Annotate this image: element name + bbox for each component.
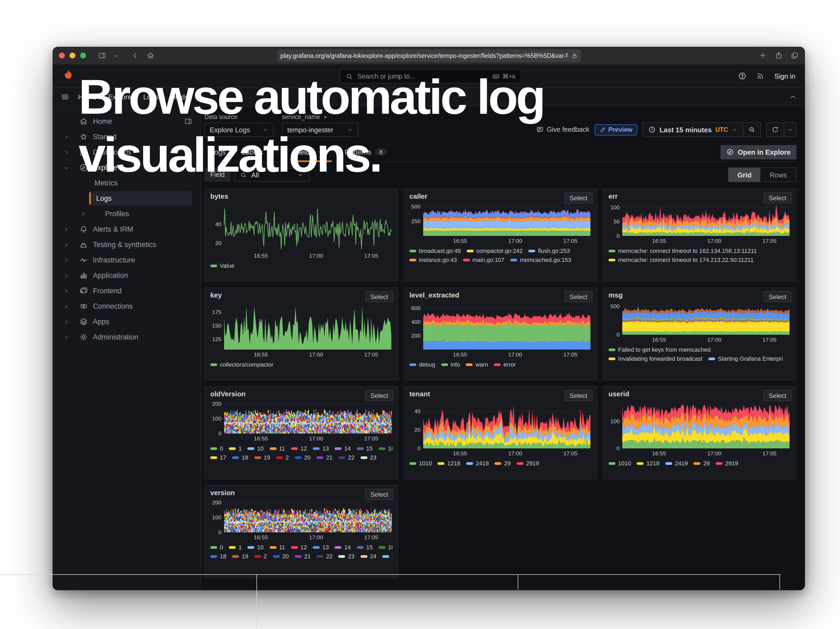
window-zoom-button[interactable] — [80, 52, 86, 58]
legend-item[interactable]: Invalidating forwarded broadcast — [608, 356, 703, 362]
news-rss-icon[interactable] — [756, 72, 765, 80]
select-button[interactable]: Select — [564, 192, 592, 204]
refresh-interval-dropdown[interactable] — [784, 123, 796, 136]
legend-item[interactable]: 22 — [316, 553, 333, 559]
back-icon[interactable] — [131, 52, 139, 60]
legend-item[interactable]: 14 — [335, 544, 351, 550]
chevron-right-icon[interactable] — [63, 288, 71, 294]
sign-in-link[interactable]: Sign in — [774, 72, 796, 80]
legend-item[interactable]: 13 — [313, 445, 329, 452]
legend-item[interactable]: info — [441, 361, 460, 368]
legend-item[interactable]: 18 — [232, 454, 248, 461]
legend-item[interactable]: 13 — [313, 544, 329, 550]
window-close-button[interactable] — [59, 52, 65, 58]
sidebar-toggle-icon[interactable] — [98, 52, 106, 60]
sidebar-item-testing-synthetics[interactable]: Testing & synthetics — [52, 237, 201, 252]
open-in-explore-button[interactable]: Open in Explore — [721, 145, 796, 159]
menu-toggle-icon[interactable] — [60, 92, 69, 101]
legend-item[interactable]: collectors/compactor — [210, 361, 273, 368]
select-button[interactable]: Select — [564, 390, 592, 401]
legend-item[interactable]: 16 — [379, 544, 392, 550]
legend-item[interactable]: 1218 — [637, 460, 660, 466]
legend-item[interactable]: 2 — [382, 553, 392, 559]
select-button[interactable]: Select — [564, 291, 592, 302]
window-minimize-button[interactable] — [69, 52, 76, 58]
legend-item[interactable]: warn — [466, 361, 488, 368]
legend-item[interactable]: 16 — [379, 445, 392, 452]
zoom-out-time-button[interactable] — [743, 123, 760, 136]
legend-item[interactable]: 12 — [291, 544, 307, 550]
legend-item[interactable]: Starting Grafana Enterpri — [708, 356, 783, 362]
legend-item[interactable]: flush.go:253 — [529, 248, 570, 254]
chevron-right-icon[interactable] — [63, 226, 71, 232]
legend-item[interactable]: Failed to get keys from memcached — [608, 346, 711, 353]
legend-item[interactable]: 1010 — [608, 460, 631, 466]
legend-item[interactable]: 10 — [248, 445, 264, 452]
sidebar-item-apps[interactable]: Apps — [52, 314, 201, 329]
legend-item[interactable]: main.go:107 — [463, 257, 504, 263]
legend-item[interactable]: 0 — [210, 544, 223, 550]
chevron-right-icon[interactable] — [63, 257, 71, 263]
legend-item[interactable]: 19 — [232, 553, 248, 559]
select-button[interactable]: Select — [365, 489, 393, 500]
legend-item[interactable]: 21 — [295, 553, 311, 559]
legend-item[interactable]: 2919 — [715, 460, 738, 466]
sidebar-item-infrastructure[interactable]: Infrastructure — [52, 252, 201, 268]
chevron-right-icon[interactable] — [63, 242, 71, 248]
select-button[interactable]: Select — [763, 291, 792, 302]
legend-item[interactable]: 23 — [338, 553, 355, 559]
select-button[interactable]: Select — [365, 390, 393, 401]
sidebar-item-frontend[interactable]: Frontend — [52, 283, 201, 299]
legend-item[interactable]: 11 — [270, 544, 285, 550]
sidebar-item-alerts-irm[interactable]: Alerts & IRM — [52, 221, 201, 237]
sidebar-item-application[interactable]: Application — [52, 268, 201, 283]
layout-toggle-rows[interactable]: Rows — [761, 168, 796, 182]
select-button[interactable]: Select — [365, 291, 393, 302]
chevron-right-icon[interactable] — [63, 334, 71, 340]
legend-item[interactable]: 2 — [254, 553, 267, 559]
legend-item[interactable]: 18 — [210, 553, 226, 559]
legend-item[interactable]: 29 — [494, 460, 511, 466]
legend-item[interactable]: 15 — [357, 544, 373, 550]
home-nav-icon[interactable] — [147, 52, 155, 60]
legend-item[interactable]: 1 — [229, 445, 242, 452]
grafana-logo[interactable] — [62, 69, 74, 83]
legend-item[interactable]: broadcast.go:48 — [409, 248, 461, 254]
legend-item[interactable]: compactor.go:242 — [467, 248, 523, 254]
refresh-button[interactable] — [767, 123, 784, 136]
chevron-right-icon[interactable] — [80, 211, 88, 217]
legend-item[interactable]: 0 — [210, 445, 223, 452]
legend-item[interactable]: 1 — [229, 544, 242, 550]
legend-item[interactable]: 2419 — [466, 460, 489, 466]
legend-item[interactable]: 15 — [357, 445, 373, 452]
legend-item[interactable]: 24 — [360, 553, 376, 559]
legend-item[interactable]: memcache: connect timeout to 174.213.22.… — [608, 257, 753, 263]
legend-item[interactable]: 23 — [360, 454, 376, 461]
sidebar-item-profiles[interactable]: Profiles — [52, 206, 201, 221]
legend-item[interactable]: memcached.go:153 — [510, 257, 571, 263]
legend-item[interactable]: debug — [409, 361, 435, 368]
chevron-right-icon[interactable] — [63, 149, 71, 155]
tab-overview-icon[interactable] — [791, 52, 799, 60]
legend-item[interactable]: 17 — [210, 454, 226, 461]
legend-item[interactable]: 1218 — [438, 460, 460, 466]
legend-item[interactable]: 19 — [254, 454, 270, 461]
collapse-section-icon[interactable] — [789, 93, 797, 101]
legend-item[interactable]: instance.go:43 — [409, 257, 457, 263]
time-range-picker[interactable]: Last 15 minutes UTC — [643, 122, 761, 137]
select-button[interactable]: Select — [763, 390, 792, 401]
legend-item[interactable]: 14 — [335, 445, 351, 452]
legend-item[interactable]: 12 — [291, 445, 307, 452]
chevron-right-icon[interactable] — [63, 303, 71, 310]
chevron-right-icon[interactable] — [63, 134, 71, 140]
sidebar-item-logs[interactable]: Logs — [52, 191, 201, 206]
address-bar[interactable]: play.grafana.org/a/grafana-lokiexplore-a… — [277, 49, 581, 62]
help-icon[interactable] — [738, 72, 747, 80]
chevron-right-icon[interactable] — [63, 272, 71, 279]
legend-item[interactable]: 21 — [316, 454, 333, 461]
share-icon[interactable] — [775, 52, 783, 60]
legend-item[interactable]: 20 — [273, 553, 289, 559]
chevron-right-icon[interactable] — [63, 318, 71, 325]
chevron-down-icon[interactable] — [114, 53, 119, 58]
legend-item[interactable]: 2 — [276, 454, 289, 461]
